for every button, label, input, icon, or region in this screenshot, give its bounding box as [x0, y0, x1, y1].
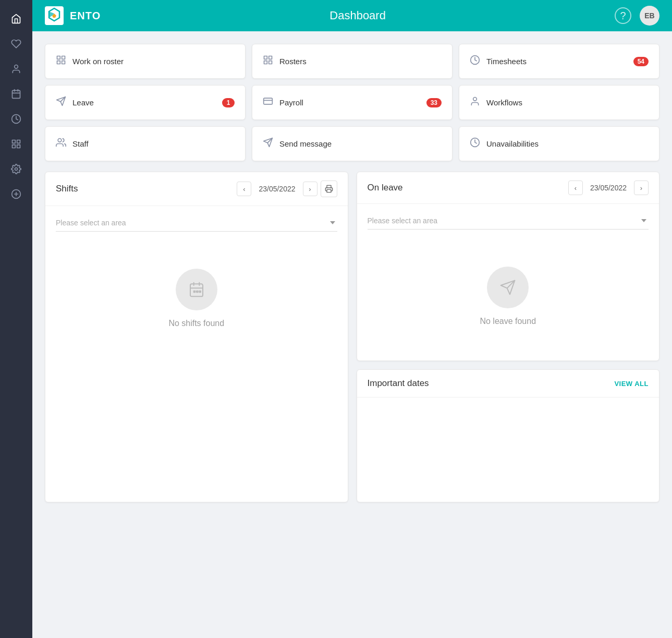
shifts-next-button[interactable]: ›	[303, 182, 317, 196]
svg-rect-24	[264, 61, 267, 64]
quick-link-leave[interactable]: Leave 1	[45, 85, 246, 120]
svg-rect-22	[264, 56, 267, 59]
on-leave-panel-title: On leave	[368, 183, 403, 193]
right-column: On leave ‹ 23/05/2022 › Please select an…	[357, 172, 660, 502]
leave-prev-button[interactable]: ‹	[568, 180, 583, 195]
shifts-empty-text: No shifts found	[168, 319, 224, 328]
payroll-badge: 33	[426, 98, 442, 107]
sidebar-item-favourites[interactable]	[6, 33, 27, 54]
header-right: ? EB	[615, 6, 659, 26]
header: ENTO Dashboard ? EB	[32, 0, 672, 31]
svg-rect-9	[17, 145, 20, 148]
leave-area-select[interactable]: Please select an area	[368, 212, 649, 230]
important-dates-panel: Important dates VIEW ALL	[357, 369, 660, 502]
header-logo: ENTO	[45, 6, 101, 25]
svg-point-0	[15, 65, 18, 69]
svg-rect-18	[57, 56, 60, 59]
shifts-panel-nav: ‹ 23/05/2022 ›	[237, 180, 337, 197]
help-button[interactable]: ?	[615, 7, 631, 24]
company-name: ENTO	[70, 10, 101, 22]
on-leave-panel-nav: ‹ 23/05/2022 ›	[568, 180, 649, 195]
svg-point-10	[15, 168, 18, 171]
svg-rect-20	[57, 61, 60, 64]
svg-rect-42	[197, 291, 198, 292]
svg-rect-6	[13, 140, 16, 143]
shifts-area-select[interactable]: Please select an area	[56, 214, 337, 232]
leave-icon	[56, 96, 66, 109]
unavailabilities-icon	[470, 137, 480, 150]
quick-link-work-on-roster[interactable]: Work on roster	[45, 44, 246, 79]
svg-rect-23	[269, 56, 272, 59]
staff-label: Staff	[72, 139, 89, 148]
quick-link-rosters[interactable]: Rosters	[252, 44, 453, 79]
workflows-icon	[470, 96, 480, 109]
svg-rect-1	[13, 90, 20, 98]
leave-empty-text: No leave found	[480, 317, 536, 326]
quick-link-unavailabilities[interactable]: Unavailabilities	[459, 126, 659, 161]
on-leave-panel: On leave ‹ 23/05/2022 › Please select an…	[357, 172, 660, 361]
sidebar-item-timesheets[interactable]	[6, 109, 27, 129]
leave-date: 23/05/2022	[586, 182, 631, 194]
dashboard-panels: Shifts ‹ 23/05/2022 › Please	[45, 172, 659, 502]
leave-empty-state: No leave found	[368, 240, 649, 352]
sidebar-item-reports[interactable]	[6, 134, 27, 154]
roster-icon	[56, 55, 66, 68]
svg-rect-29	[264, 98, 273, 104]
payroll-icon	[263, 96, 273, 109]
quick-link-workflows[interactable]: Workflows	[459, 85, 659, 120]
shifts-prev-button[interactable]: ‹	[237, 182, 251, 196]
svg-rect-21	[62, 61, 65, 64]
shifts-empty-state: No shifts found	[56, 242, 337, 354]
svg-rect-7	[17, 140, 20, 143]
important-dates-header: Important dates VIEW ALL	[357, 370, 659, 398]
svg-rect-19	[62, 56, 65, 59]
important-dates-title: Important dates	[368, 378, 429, 389]
quick-link-staff[interactable]: Staff	[45, 126, 246, 161]
svg-rect-36	[327, 189, 331, 192]
send-message-label: Send message	[279, 139, 332, 148]
ento-logo-icon	[45, 6, 64, 25]
svg-rect-41	[193, 291, 195, 292]
sidebar-item-home[interactable]	[6, 8, 27, 29]
rosters-icon	[263, 55, 273, 68]
leave-label: Leave	[72, 98, 94, 107]
shifts-panel-body: Please select an area No shifts found	[45, 206, 348, 363]
leave-empty-icon	[487, 267, 529, 308]
shifts-panel-header: Shifts ‹ 23/05/2022 ›	[45, 172, 348, 206]
svg-point-32	[58, 139, 62, 142]
sidebar	[0, 0, 32, 638]
sidebar-item-add[interactable]	[6, 184, 27, 204]
main-area: ENTO Dashboard ? EB	[32, 0, 672, 638]
shifts-panel: Shifts ‹ 23/05/2022 › Please	[45, 172, 348, 502]
view-all-button[interactable]: VIEW ALL	[614, 380, 649, 388]
quick-link-payroll[interactable]: Payroll 33	[252, 85, 453, 120]
work-on-roster-label: Work on roster	[72, 57, 124, 66]
sidebar-item-profile[interactable]	[6, 58, 27, 79]
svg-point-31	[473, 98, 477, 101]
svg-rect-8	[13, 145, 16, 148]
on-leave-panel-header: On leave ‹ 23/05/2022 ›	[357, 172, 659, 204]
important-dates-body	[357, 398, 659, 502]
staff-icon	[56, 137, 66, 150]
timesheets-label: Timesheets	[486, 57, 527, 66]
on-leave-panel-body: Please select an area No leave found	[357, 204, 659, 360]
quick-link-timesheets[interactable]: Timesheets 54	[459, 44, 659, 79]
leave-badge: 1	[222, 98, 235, 107]
user-avatar[interactable]: EB	[640, 6, 659, 26]
payroll-label: Payroll	[279, 98, 303, 107]
content-area: Work on roster Rosters	[32, 31, 672, 638]
shifts-print-button[interactable]	[321, 180, 337, 197]
workflows-label: Workflows	[486, 98, 522, 107]
quick-link-send-message[interactable]: Send message	[252, 126, 453, 161]
sidebar-item-calendar[interactable]	[6, 83, 27, 104]
sidebar-item-settings[interactable]	[6, 159, 27, 179]
rosters-label: Rosters	[279, 57, 307, 66]
send-message-icon	[263, 137, 273, 150]
leave-next-button[interactable]: ›	[634, 180, 649, 195]
unavailabilities-label: Unavailabilities	[486, 139, 539, 148]
shifts-date: 23/05/2022	[254, 183, 299, 195]
svg-rect-37	[190, 284, 203, 296]
page-title: Dashboard	[329, 9, 386, 22]
timesheets-badge: 54	[633, 57, 649, 66]
svg-rect-25	[269, 61, 272, 64]
